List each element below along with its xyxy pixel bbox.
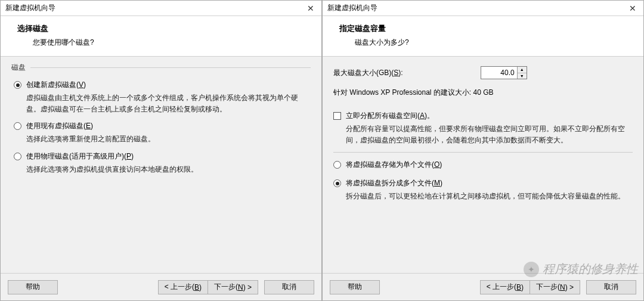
titlebar: 新建虚拟机向导 ✕	[1, 1, 321, 16]
radio-label: 使用现有虚拟磁盘(E)	[26, 121, 93, 131]
disk-fieldset: 磁盘 创建新虚拟磁盘(V) 虚拟磁盘由主机文件系统上的一个或多个文件组成，客户机…	[11, 67, 311, 175]
max-size-row: 最大磁盘大小(GB)(S): ▲ ▼	[333, 66, 633, 79]
back-button[interactable]: < 上一步(B)	[158, 280, 208, 294]
divider	[333, 152, 633, 153]
header-block: 指定磁盘容量 磁盘大小为多少?	[323, 16, 643, 57]
radio-icon	[14, 122, 21, 130]
radio-label: 将虚拟磁盘拆分成多个文件(M)	[346, 178, 442, 188]
fieldset-legend: 磁盘	[11, 63, 29, 73]
back-button[interactable]: < 上一步(B)	[480, 280, 530, 294]
help-button[interactable]: 帮助	[330, 280, 380, 294]
radio-icon	[333, 179, 341, 187]
content-area: 磁盘 创建新虚拟磁盘(V) 虚拟磁盘由主机文件系统上的一个或多个文件组成，客户机…	[1, 57, 321, 273]
disk-size-stepper[interactable]: ▲ ▼	[481, 66, 527, 79]
checkbox-icon	[333, 112, 341, 120]
spinner-down-icon[interactable]: ▼	[518, 73, 527, 79]
page-title: 指定磁盘容量	[339, 23, 634, 34]
window-title: 新建虚拟机向导	[5, 3, 55, 13]
radio-store-single-file[interactable]: 将虚拟磁盘存储为单个文件(O)	[333, 160, 633, 170]
dialog-disk-capacity: 新建虚拟机向导 ✕ 指定磁盘容量 磁盘大小为多少? 最大磁盘大小(GB)(S):…	[322, 0, 644, 301]
radio-icon	[14, 81, 21, 89]
cancel-button[interactable]: 取消	[264, 280, 314, 294]
content-area: 最大磁盘大小(GB)(S): ▲ ▼ 针对 Windows XP Profess…	[323, 57, 643, 273]
close-icon[interactable]: ✕	[304, 2, 318, 14]
footer: 帮助 < 上一步(B) 下一步(N) > 取消	[1, 273, 321, 300]
radio-label: 使用物理磁盘(适用于高级用户)(P)	[26, 151, 134, 162]
next-button[interactable]: 下一步(N) >	[208, 280, 258, 294]
window-title: 新建虚拟机向导	[327, 3, 377, 13]
spinner-up-icon[interactable]: ▲	[518, 67, 527, 73]
page-subtitle: 磁盘大小为多少?	[339, 38, 634, 48]
titlebar: 新建虚拟机向导 ✕	[323, 1, 643, 16]
help-button[interactable]: 帮助	[8, 280, 58, 294]
cancel-button[interactable]: 取消	[586, 280, 636, 294]
next-button[interactable]: 下一步(N) >	[530, 280, 580, 294]
option-description: 分配所有容量可以提高性能，但要求所有物理磁盘空间立即可用。如果不立即分配所有空间…	[346, 123, 633, 146]
disk-size-input[interactable]	[481, 67, 517, 79]
page-subtitle: 您要使用哪个磁盘?	[17, 38, 312, 48]
option-description: 选择此选项将为虚拟机提供直接访问本地硬盘的权限。	[26, 164, 309, 175]
dialog-select-disk: 新建虚拟机向导 ✕ 选择磁盘 您要使用哪个磁盘? 磁盘 创建新虚拟磁盘(V) 虚…	[0, 0, 322, 301]
radio-create-new-disk[interactable]: 创建新虚拟磁盘(V)	[14, 80, 309, 90]
checkbox-label: 立即分配所有磁盘空间(A)。	[346, 111, 434, 121]
radio-label: 创建新虚拟磁盘(V)	[26, 80, 86, 90]
footer: 帮助 < 上一步(B) 下一步(N) > 取消	[323, 273, 643, 300]
radio-use-physical-disk[interactable]: 使用物理磁盘(适用于高级用户)(P)	[14, 151, 309, 162]
option-description: 拆分磁盘后，可以更轻松地在计算机之间移动虚拟机，但可能会降低大容量磁盘的性能。	[346, 191, 633, 202]
radio-icon	[333, 161, 341, 169]
max-size-label: 最大磁盘大小(GB)(S):	[333, 68, 403, 78]
header-block: 选择磁盘 您要使用哪个磁盘?	[1, 16, 321, 57]
page-title: 选择磁盘	[17, 23, 312, 34]
checkbox-allocate-now[interactable]: 立即分配所有磁盘空间(A)。	[333, 111, 633, 121]
radio-icon	[14, 153, 21, 160]
option-description: 选择此选项将重新使用之前配置的磁盘。	[26, 134, 309, 145]
recommended-size-text: 针对 Windows XP Professional 的建议大小: 40 GB	[333, 88, 633, 98]
radio-split-multiple-files[interactable]: 将虚拟磁盘拆分成多个文件(M)	[333, 178, 633, 188]
radio-use-existing-disk[interactable]: 使用现有虚拟磁盘(E)	[14, 121, 309, 131]
radio-label: 将虚拟磁盘存储为单个文件(O)	[346, 160, 442, 170]
option-description: 虚拟磁盘由主机文件系统上的一个或多个文件组成，客户机操作系统会将其视为单个硬盘。…	[26, 92, 309, 115]
close-icon[interactable]: ✕	[626, 2, 640, 14]
